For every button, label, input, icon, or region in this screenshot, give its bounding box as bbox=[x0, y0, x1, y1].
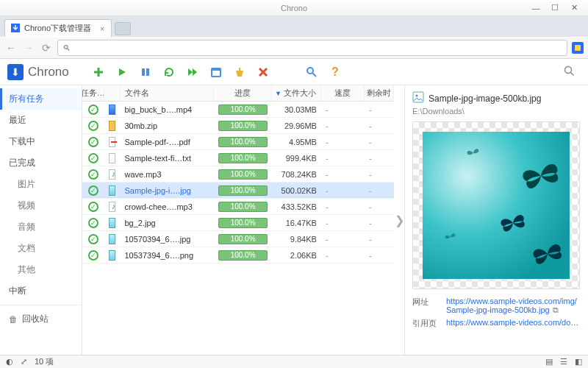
toggle-detail-icon[interactable]: ◧ bbox=[575, 357, 582, 367]
meta-url-label: 网址 bbox=[412, 297, 442, 315]
meta-referrer-label: 引用页 bbox=[412, 318, 442, 329]
detail-panel: Sample-jpg-image-500kb.jpg E:\Downloads\… bbox=[404, 85, 588, 355]
sort-desc-icon: ▼ bbox=[275, 90, 282, 97]
new-tab-button[interactable] bbox=[115, 22, 131, 35]
status-count: 10 项 bbox=[35, 356, 54, 367]
size-cell: 999.4KB bbox=[272, 154, 321, 163]
table-row[interactable]: ✓Sample-jpg-i….jpg100.0%500.02KB-- bbox=[82, 183, 394, 199]
table-row[interactable]: ✓wave.mp3100.0%708.24KB-- bbox=[82, 166, 394, 183]
table-row[interactable]: ✓Sample-pdf-….pdf100.0%4.95MB-- bbox=[82, 134, 394, 150]
add-button[interactable] bbox=[93, 66, 104, 78]
col-eta[interactable]: 剩余时 bbox=[365, 85, 394, 101]
table-row[interactable]: ✓bg_2.jpg100.0%16.47KB-- bbox=[82, 215, 394, 231]
tab-close-icon[interactable]: × bbox=[100, 24, 104, 33]
reload-button[interactable]: ⟳ bbox=[40, 42, 53, 54]
size-cell: 708.24KB bbox=[272, 170, 321, 179]
file-type-icon bbox=[109, 105, 116, 115]
help-button[interactable]: ? bbox=[329, 66, 341, 78]
sidebar-item-completed[interactable]: 已完成 bbox=[0, 152, 82, 174]
sidebar-item-other[interactable]: 其他 bbox=[0, 259, 82, 280]
file-icon-cell bbox=[104, 153, 121, 163]
view-list-icon[interactable]: ▤ bbox=[545, 357, 553, 367]
view-compact-icon[interactable]: ☰ bbox=[560, 357, 567, 367]
clean-button[interactable] bbox=[234, 66, 245, 78]
find-button[interactable] bbox=[306, 66, 318, 78]
search-icon[interactable] bbox=[564, 66, 575, 79]
table-row[interactable]: ✓10570394_6….jpg100.0%9.84KB-- bbox=[82, 231, 394, 247]
detail-path: E:\Downloads\ bbox=[412, 107, 581, 116]
status-complete-icon: ✓ bbox=[88, 137, 98, 147]
progress-bar: 100.0% bbox=[218, 234, 268, 244]
svg-point-7 bbox=[565, 66, 572, 73]
col-size[interactable]: ▼文件大小 bbox=[272, 85, 321, 101]
resume-all-button[interactable] bbox=[187, 66, 198, 78]
sidebar-item-audio[interactable]: 音频 bbox=[0, 216, 82, 238]
url-input[interactable]: 🔍︎ bbox=[57, 40, 567, 56]
sidebar-item-downloading[interactable]: 下载中 bbox=[0, 131, 82, 152]
speed-cell: - bbox=[321, 251, 365, 260]
panel-divider[interactable]: ❯ bbox=[394, 85, 404, 355]
status-complete-icon: ✓ bbox=[88, 105, 98, 115]
speed-cell: - bbox=[321, 186, 365, 195]
col-speed[interactable]: 速度 bbox=[321, 85, 365, 101]
progress-bar: 100.0% bbox=[218, 202, 268, 212]
start-button[interactable] bbox=[116, 66, 128, 78]
file-type-icon bbox=[109, 218, 116, 228]
progress-bar: 100.0% bbox=[218, 218, 268, 228]
size-cell: 16.47KB bbox=[272, 219, 321, 227]
col-progress[interactable]: 进度 bbox=[214, 85, 272, 101]
browser-toolbar: ← → ⟳ 🔍︎ bbox=[0, 37, 588, 59]
table-row[interactable]: ✓crowd-chee….mp3100.0%433.52KB-- bbox=[82, 199, 394, 215]
meta-referrer-value[interactable]: https://www.sample-videos.com/downlo bbox=[446, 318, 581, 329]
progress-cell: 100.0% bbox=[214, 137, 272, 147]
file-icon-cell bbox=[104, 218, 121, 228]
detail-metadata: 网址 https://www.sample-videos.com/img/Sam… bbox=[412, 297, 581, 329]
sidebar-item-document[interactable]: 文档 bbox=[0, 238, 82, 259]
status-cell: ✓ bbox=[82, 121, 104, 131]
col-icon[interactable] bbox=[104, 85, 121, 101]
delete-button[interactable] bbox=[257, 66, 269, 78]
meta-url-value[interactable]: https://www.sample-videos.com/img/Sample… bbox=[446, 297, 581, 315]
extension-badge-icon[interactable] bbox=[572, 42, 584, 54]
eta-cell: - bbox=[365, 170, 394, 179]
status-cell: ✓ bbox=[82, 105, 104, 115]
sidebar-item-interrupted[interactable]: 中断 bbox=[0, 280, 82, 302]
file-type-icon bbox=[109, 185, 116, 196]
table-row[interactable]: ✓30mb.zip100.0%29.96MB-- bbox=[82, 118, 394, 134]
pause-button[interactable] bbox=[140, 66, 151, 78]
window-close-button[interactable]: ✕ bbox=[564, 3, 584, 13]
thumbnail-image bbox=[423, 132, 570, 279]
expand-icon[interactable]: ⤢ bbox=[21, 357, 27, 367]
col-name[interactable]: 文件名 bbox=[121, 85, 215, 101]
detail-filename: Sample-jpg-image-500kb.jpg bbox=[429, 93, 541, 104]
sidebar-item-video[interactable]: 视频 bbox=[0, 195, 82, 216]
file-name-cell: Sample-jpg-i….jpg bbox=[120, 186, 214, 195]
sidebar-item-recent[interactable]: 最近 bbox=[0, 110, 82, 131]
schedule-button[interactable] bbox=[210, 66, 222, 78]
file-name-cell: crowd-chee….mp3 bbox=[120, 202, 214, 211]
refresh-button[interactable] bbox=[163, 66, 175, 78]
size-cell: 29.96MB bbox=[272, 121, 321, 130]
speed-cell: - bbox=[321, 202, 365, 211]
window-maximize-button[interactable]: ☐ bbox=[545, 3, 564, 13]
progress-bar: 100.0% bbox=[218, 169, 268, 180]
table-row[interactable]: ✓Sample-text-fi…txt100.0%999.4KB-- bbox=[82, 150, 394, 166]
col-task[interactable]: 任务… bbox=[82, 85, 104, 101]
size-cell: 433.52KB bbox=[272, 202, 321, 211]
sidebar-item-image[interactable]: 图片 bbox=[0, 174, 82, 195]
status-complete-icon: ✓ bbox=[88, 250, 98, 261]
eta-cell: - bbox=[365, 154, 394, 163]
size-cell: 9.84KB bbox=[272, 235, 321, 244]
table-row[interactable]: ✓10537394_6….png100.0%2.06KB-- bbox=[82, 247, 394, 263]
back-button[interactable]: ← bbox=[4, 42, 18, 54]
progress-cell: 100.0% bbox=[214, 250, 272, 261]
sidebar-item-trash[interactable]: 🗑回收站 bbox=[0, 308, 82, 330]
browser-tab[interactable]: Chrono下载管理器 × bbox=[4, 19, 112, 37]
status-complete-icon: ✓ bbox=[88, 234, 98, 244]
window-minimize-button[interactable]: — bbox=[526, 4, 545, 13]
copy-icon[interactable]: ⧉ bbox=[553, 305, 559, 314]
table-row[interactable]: ✓big_buck_b….mp4100.0%30.03MB-- bbox=[82, 102, 394, 118]
sidebar-item-all[interactable]: 所有任务 bbox=[0, 88, 82, 110]
forward-button[interactable]: → bbox=[22, 42, 35, 54]
status-cell: ✓ bbox=[82, 169, 104, 180]
